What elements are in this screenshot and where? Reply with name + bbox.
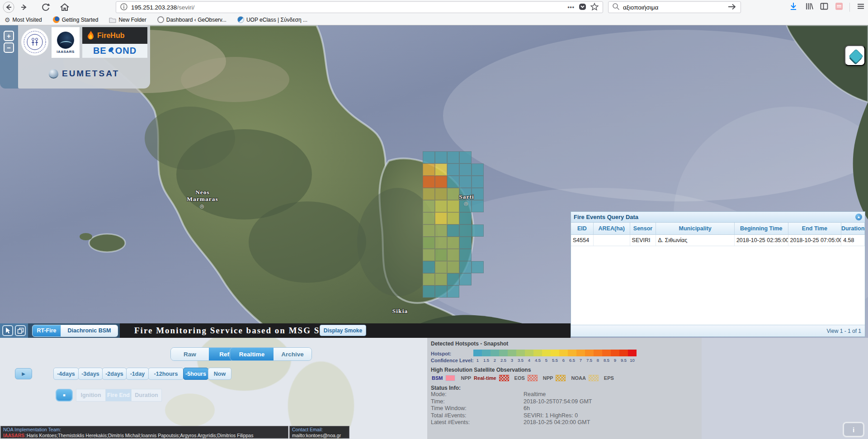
hotspot-cell[interactable] (435, 200, 447, 212)
time-button-3days[interactable]: -3days (78, 368, 103, 380)
column-header-municipality[interactable]: Municipality (656, 223, 734, 234)
hotspot-cell[interactable] (423, 249, 435, 261)
url-bar[interactable]: 195.251.203.238/seviri/ ••• (116, 1, 603, 13)
hotspot-cell[interactable] (459, 261, 472, 273)
reload-button[interactable] (39, 1, 52, 14)
hotspot-cell[interactable] (459, 212, 472, 224)
column-header-beginning-time[interactable]: Beginning Time (735, 223, 788, 234)
contact-email-box[interactable]: Contact Email: mailto:kontoes@noa.gr (289, 426, 349, 439)
hotspot-cell[interactable] (447, 212, 459, 224)
downloads-icon[interactable] (789, 2, 798, 13)
realtime-button[interactable]: Realtime (230, 348, 274, 360)
pdf-addon-icon[interactable] (835, 2, 843, 12)
pointer-tool-button[interactable] (2, 325, 13, 336)
hotspot-cell[interactable] (423, 273, 435, 285)
hotspot-cell[interactable] (435, 285, 447, 298)
hotspot-cell[interactable] (447, 151, 459, 163)
hotspot-cell[interactable] (459, 176, 472, 188)
time-button-2days[interactable]: -2days (102, 368, 127, 380)
hotspot-cell[interactable] (447, 249, 459, 261)
column-header-eid[interactable]: EID (571, 223, 594, 234)
page-actions-icon[interactable]: ••• (567, 4, 575, 10)
hotspot-cell[interactable] (423, 200, 435, 212)
fire-end-button[interactable]: Fire End (105, 389, 132, 402)
zoom-in-button[interactable]: + (4, 31, 14, 41)
tab-rt-fire[interactable]: RT-Fire (32, 325, 61, 337)
windows-tool-button[interactable] (15, 325, 26, 336)
search-bar[interactable]: αξιοποιήσιμα (608, 1, 741, 13)
hotspot-cell[interactable] (435, 188, 447, 200)
layers-button[interactable] (844, 45, 865, 66)
hotspot-cell[interactable] (459, 249, 472, 261)
column-header-sensor[interactable]: Sensor (630, 223, 656, 234)
hotspot-cell[interactable] (423, 212, 435, 224)
hotspot-cell[interactable] (435, 237, 447, 249)
bookmark-most-visited[interactable]: ⚙Most Visited (5, 17, 42, 23)
time-button-now[interactable]: Now (208, 368, 231, 380)
info-button[interactable]: i (843, 422, 864, 437)
raw-button[interactable]: Raw (171, 348, 209, 360)
time-button-12hours[interactable]: -12hours (148, 368, 184, 380)
ignition-button[interactable]: Ignition (76, 389, 106, 402)
site-info-icon[interactable] (120, 3, 127, 12)
forward-button[interactable] (17, 1, 31, 14)
hotspot-cell[interactable] (435, 224, 447, 237)
hotspot-cell[interactable] (435, 176, 447, 188)
hotspot-cell[interactable] (435, 163, 447, 176)
tab-diachronic-bsm[interactable]: Diachronic BSM (61, 325, 118, 337)
search-go-icon[interactable] (727, 3, 741, 12)
hotspot-cell[interactable] (447, 176, 459, 188)
column-header-end-time[interactable]: End Time (788, 223, 842, 234)
hotspot-cell[interactable] (423, 176, 435, 188)
hotspot-cell[interactable] (472, 200, 484, 212)
hotspot-cell[interactable] (447, 237, 459, 249)
hotspot-cell[interactable] (459, 273, 472, 285)
hotspot-cell[interactable] (435, 261, 447, 273)
hotspot-cell[interactable] (447, 163, 459, 176)
hotspot-cell[interactable] (447, 200, 459, 212)
hotspot-cell[interactable] (423, 285, 435, 298)
hotspot-cell[interactable] (435, 151, 447, 163)
bookmark-getting-started[interactable]: Getting Started (53, 16, 99, 23)
hotspot-cell[interactable] (459, 224, 472, 237)
hotspot-cell[interactable] (423, 224, 435, 237)
back-button[interactable] (2, 1, 15, 14)
sidebar-icon[interactable] (820, 2, 829, 13)
display-smoke-button[interactable]: Display Smoke (320, 325, 366, 336)
bookmark-new-folder[interactable]: New Folder (109, 17, 146, 23)
hotspot-cell[interactable] (423, 151, 435, 163)
hotspot-cell[interactable] (472, 224, 484, 237)
hotspot-cell[interactable] (435, 249, 447, 261)
pocket-icon[interactable] (579, 3, 586, 12)
hotspot-cell[interactable] (423, 261, 435, 273)
hotspot-cell[interactable] (472, 163, 484, 176)
table-row[interactable]: S4554 SEVIRI Δ. Σιθωνίας 2018-10-25 02:3… (571, 235, 865, 246)
time-button-5hours[interactable]: -5hours (183, 368, 208, 380)
hotspot-cell[interactable] (447, 224, 459, 237)
stop-button[interactable]: ■ (56, 389, 73, 402)
time-button-4days[interactable]: -4days (53, 368, 79, 380)
hotspot-cell[interactable] (435, 273, 447, 285)
hotspot-cell[interactable] (472, 261, 484, 273)
hotspot-cell[interactable] (447, 285, 459, 298)
hotspot-cell[interactable] (423, 163, 435, 176)
hotspot-cell[interactable] (423, 188, 435, 200)
hotspot-cell[interactable] (447, 273, 459, 285)
hotspot-cell[interactable] (459, 237, 472, 249)
hotspot-cell[interactable] (423, 237, 435, 249)
duration-button[interactable]: Duration (131, 389, 162, 402)
hotspot-cell[interactable] (472, 176, 484, 188)
bookmark-star-icon[interactable] (590, 3, 599, 12)
hotspot-cell[interactable] (435, 212, 447, 224)
bookmark-uop-eclass[interactable]: UOP eClass | Σύνδεση ... (237, 16, 307, 23)
hotspot-cell[interactable] (447, 261, 459, 273)
hotspot-cell[interactable] (459, 151, 472, 163)
home-button[interactable] (58, 1, 71, 14)
hotspot-cell[interactable] (459, 163, 472, 176)
archive-button[interactable]: Archive (274, 348, 311, 360)
column-header-area[interactable]: AREA(ha) (594, 223, 630, 234)
bookmark-dashboard[interactable]: Dashboard ‹ GeObserv... (157, 16, 226, 23)
play-button[interactable]: ▶ (15, 368, 32, 379)
time-button-1day[interactable]: -1day (126, 368, 149, 380)
menu-hamburger-icon[interactable] (856, 2, 865, 13)
